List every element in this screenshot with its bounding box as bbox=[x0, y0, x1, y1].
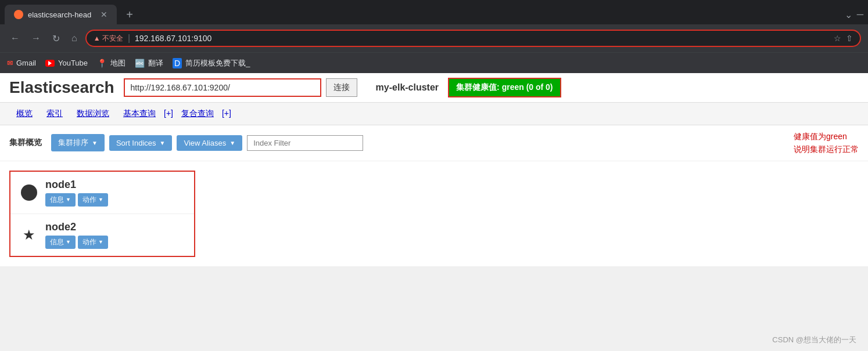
annotation-line2: 说明集群运行正常 bbox=[794, 143, 859, 155]
nodes-container: node1 信息 ▼ 动作 ▼ ★ bbox=[0, 161, 868, 266]
sort-indices-label: Sort Indices bbox=[116, 139, 156, 147]
cluster-overview-label: 集群概览 bbox=[9, 137, 42, 148]
tab-list-button[interactable]: ⌄ bbox=[845, 9, 852, 20]
node2-action-button[interactable]: 动作 ▼ bbox=[78, 236, 108, 249]
resume-icon: D bbox=[173, 58, 182, 68]
url-actions: ☆ ⇧ bbox=[834, 34, 853, 43]
bookmark-youtube[interactable]: YouTube bbox=[45, 59, 88, 67]
health-annotation: 健康值为green 说明集群运行正常 bbox=[759, 130, 859, 156]
main-nav: 概览 索引 数据浏览 基本查询 [+] 复合查询 [+] bbox=[0, 103, 868, 125]
cluster-sort-arrow: ▼ bbox=[92, 140, 98, 146]
bookmark-maps[interactable]: 📍 地图 bbox=[97, 58, 125, 68]
node1-action-label: 动作 bbox=[83, 195, 96, 205]
node-group: node1 信息 ▼ 动作 ▼ ★ bbox=[9, 171, 195, 257]
new-tab-button[interactable]: + bbox=[121, 6, 138, 24]
tab-close-button[interactable]: ✕ bbox=[101, 10, 107, 19]
cluster-sort-button[interactable]: 集群排序 ▼ bbox=[51, 134, 105, 151]
nav-data-browse[interactable]: 数据浏览 bbox=[70, 105, 116, 122]
node1-info-label: 信息 bbox=[50, 195, 64, 205]
node1-info-arrow: ▼ bbox=[66, 197, 71, 202]
cluster-toolbar: 集群概览 集群排序 ▼ Sort Indices ▼ View Aliases … bbox=[0, 125, 868, 161]
node1-info: node1 信息 ▼ 动作 ▼ bbox=[45, 179, 108, 207]
url-text: 192.168.67.101:9100 bbox=[135, 34, 829, 43]
node2-info: node2 信息 ▼ 动作 ▼ bbox=[45, 221, 108, 249]
reload-button[interactable]: ↻ bbox=[49, 31, 63, 46]
node-item: ★ node2 信息 ▼ 动作 ▼ bbox=[10, 214, 194, 256]
nav-basic-query[interactable]: 基本查询 bbox=[116, 105, 163, 122]
nav-complex-query[interactable]: 复合查询 bbox=[174, 105, 221, 122]
node2-info-button[interactable]: 信息 ▼ bbox=[45, 236, 76, 249]
app-title: Elasticsearch bbox=[9, 78, 114, 97]
nav-indices[interactable]: 索引 bbox=[40, 105, 70, 122]
bookmark-translate[interactable]: 🔤 翻译 bbox=[135, 58, 163, 68]
bookmark-youtube-label: YouTube bbox=[58, 59, 88, 67]
node2-name: node2 bbox=[45, 221, 108, 233]
share-icon[interactable]: ⇧ bbox=[846, 34, 853, 43]
es-url-input[interactable] bbox=[124, 78, 321, 97]
health-badge: 集群健康值: green (0 of 0) bbox=[448, 78, 561, 97]
cluster-name: my-elk-cluster bbox=[376, 82, 439, 93]
nav-overview[interactable]: 概览 bbox=[9, 105, 40, 122]
node2-info-label: 信息 bbox=[50, 237, 64, 247]
node-item: node1 信息 ▼ 动作 ▼ bbox=[10, 172, 194, 214]
minimize-button[interactable]: ─ bbox=[857, 9, 863, 20]
footer: CSDN @想当大佬的一天 bbox=[772, 335, 856, 345]
node1-name: node1 bbox=[45, 179, 108, 191]
complex-query-add[interactable]: [+] bbox=[221, 105, 232, 122]
node1-info-button[interactable]: 信息 ▼ bbox=[45, 193, 76, 207]
node2-info-arrow: ▼ bbox=[66, 239, 71, 245]
bookmark-maps-label: 地图 bbox=[110, 58, 125, 68]
view-aliases-label: View Aliases bbox=[184, 139, 226, 147]
index-filter-input[interactable] bbox=[247, 135, 363, 151]
url-separator: | bbox=[128, 33, 130, 44]
back-button[interactable]: ← bbox=[7, 31, 23, 46]
gmail-icon: ✉ bbox=[7, 59, 13, 67]
bookmark-translate-label: 翻译 bbox=[148, 58, 163, 68]
node1-action-arrow: ▼ bbox=[98, 197, 103, 202]
bookmark-gmail-label: Gmail bbox=[16, 59, 36, 67]
node2-action-label: 动作 bbox=[83, 237, 96, 247]
bookmark-resume-label: 简历模板免费下载_ bbox=[185, 58, 250, 68]
bookmark-resume[interactable]: D 简历模板免费下载_ bbox=[173, 58, 250, 68]
url-bar[interactable]: ▲ 不安全 | 192.168.67.101:9100 ☆ ⇧ bbox=[85, 30, 861, 47]
browser-tab[interactable]: elasticsearch-head ✕ bbox=[5, 5, 117, 24]
connect-button[interactable]: 连接 bbox=[326, 78, 357, 97]
youtube-play-icon bbox=[48, 61, 52, 66]
security-warning: ▲ 不安全 bbox=[94, 34, 123, 44]
tab-favicon bbox=[14, 10, 23, 19]
translate-icon: 🔤 bbox=[135, 59, 145, 68]
node2-star-icon: ★ bbox=[23, 227, 35, 243]
basic-query-add[interactable]: [+] bbox=[163, 105, 174, 122]
annotation-line1: 健康值为green bbox=[794, 130, 859, 143]
sort-indices-arrow: ▼ bbox=[160, 140, 166, 146]
bookmark-gmail[interactable]: ✉ Gmail bbox=[7, 59, 36, 67]
cluster-sort-label: 集群排序 bbox=[58, 137, 88, 148]
footer-text: CSDN @想当大佬的一天 bbox=[772, 335, 856, 344]
view-aliases-button[interactable]: View Aliases ▼ bbox=[177, 135, 242, 151]
bookmark-star-icon[interactable]: ☆ bbox=[834, 34, 841, 43]
maps-icon: 📍 bbox=[97, 59, 107, 68]
home-button[interactable]: ⌂ bbox=[68, 31, 81, 46]
tab-title: elasticsearch-head bbox=[28, 10, 91, 19]
sort-indices-button[interactable]: Sort Indices ▼ bbox=[109, 135, 173, 151]
forward-button[interactable]: → bbox=[28, 31, 44, 46]
view-aliases-arrow: ▼ bbox=[229, 140, 235, 146]
node1-action-button[interactable]: 动作 ▼ bbox=[78, 193, 108, 207]
node2-action-arrow: ▼ bbox=[98, 239, 103, 245]
youtube-icon bbox=[45, 60, 55, 67]
node1-circle-icon bbox=[21, 184, 37, 201]
